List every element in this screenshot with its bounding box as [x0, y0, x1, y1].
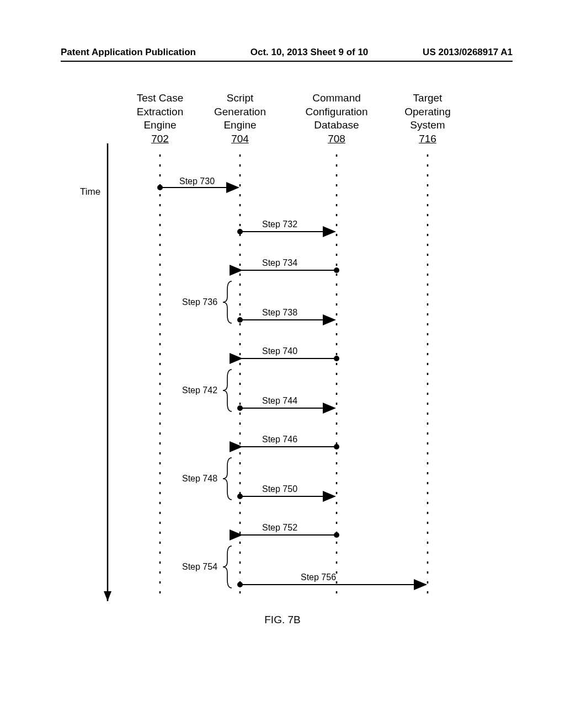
participant-716: TargetOperatingSystem 716 [389, 92, 466, 146]
step-752-label: Step 752 [262, 523, 297, 533]
sequence-diagram: Test CaseExtractionEngine 702 ScriptGene… [0, 77, 565, 629]
step-736-label: Step 736 [182, 297, 217, 307]
step-748-label: Step 748 [182, 474, 217, 484]
participant-title: CommandConfigurationDatabase [305, 92, 367, 131]
step-738-label: Step 738 [262, 308, 297, 318]
step-746-label: Step 746 [262, 435, 297, 445]
participant-702: Test CaseExtractionEngine 702 [121, 92, 199, 146]
step-732-label: Step 732 [262, 220, 297, 229]
participant-ref: 716 [419, 133, 436, 144]
header-rule [61, 61, 513, 62]
participant-title: TargetOperatingSystem [404, 92, 450, 131]
step-756-label: Step 756 [301, 572, 336, 582]
figure-label: FIG. 7B [0, 614, 565, 626]
step-734-label: Step 734 [262, 258, 297, 268]
step-730-label: Step 730 [179, 176, 215, 186]
participant-title: ScriptGenerationEngine [214, 92, 266, 131]
step-742-label: Step 742 [182, 386, 217, 395]
participant-ref: 702 [151, 133, 169, 144]
participant-708: CommandConfigurationDatabase 708 [298, 92, 375, 146]
page-header: Patent Application Publication Oct. 10, … [61, 47, 513, 58]
participant-title: Test CaseExtractionEngine [137, 92, 183, 131]
step-740-label: Step 740 [262, 346, 297, 356]
step-744-label: Step 744 [262, 396, 297, 406]
participant-ref: 708 [328, 133, 345, 144]
header-center: Oct. 10, 2013 Sheet 9 of 10 [250, 47, 369, 58]
step-754-label: Step 754 [182, 562, 217, 572]
step-750-label: Step 750 [262, 484, 297, 494]
header-right: US 2013/0268917 A1 [423, 47, 513, 58]
header-left: Patent Application Publication [61, 47, 196, 58]
participant-704: ScriptGenerationEngine 704 [201, 92, 279, 146]
patent-page: Patent Application Publication Oct. 10, … [0, 0, 565, 728]
participant-ref: 704 [231, 133, 249, 144]
